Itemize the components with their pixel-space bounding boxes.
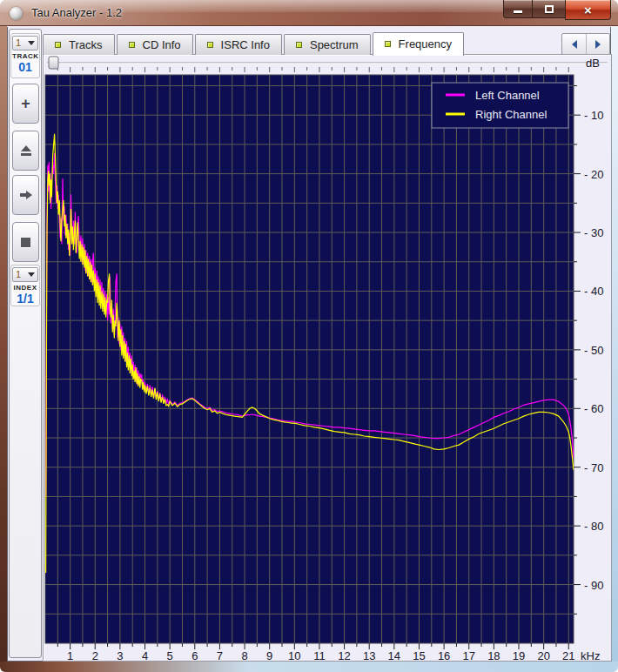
- x-tick-label: 20: [537, 649, 549, 661]
- x-tick-label: 11: [313, 649, 326, 661]
- x-tick-label: 14: [388, 649, 400, 661]
- close-button[interactable]: ×: [565, 0, 611, 20]
- tab-scroll-right-button[interactable]: [586, 34, 609, 54]
- x-tick-label: 8: [241, 649, 247, 661]
- chevron-down-icon: [28, 272, 35, 277]
- tab-bar: Tracks CD Info ISRC Info Spectrum Freque…: [43, 31, 610, 55]
- y-tick-label: - 80: [584, 520, 603, 533]
- x-tick-label: 18: [487, 649, 500, 661]
- y-tick-label: - 30: [584, 226, 603, 239]
- tab-label: ISRC Info: [221, 38, 270, 51]
- x-tick-label: 15: [413, 649, 425, 661]
- tab-led-icon: [296, 42, 302, 48]
- track-dropdown-value: 1: [16, 38, 21, 48]
- tab-label: Tracks: [69, 38, 103, 51]
- y-tick-label: - 90: [584, 579, 603, 592]
- tab-led-icon: [207, 42, 213, 48]
- app-icon: [10, 7, 23, 20]
- x-tick-label: 1: [67, 649, 73, 661]
- tab-led-icon: [385, 41, 391, 47]
- client-area: 1 TRACK 01 + 1: [7, 27, 611, 662]
- x-tick-label: 17: [463, 649, 475, 661]
- track-label: TRACK: [12, 52, 38, 60]
- tab-led-icon: [55, 42, 61, 48]
- minimize-icon: [514, 10, 522, 13]
- track-dropdown[interactable]: 1: [12, 36, 38, 50]
- window-border-right: [611, 26, 618, 662]
- track-number: 01: [12, 60, 38, 74]
- x-tick-label: 12: [338, 649, 350, 661]
- x-tick-label: 13: [363, 649, 375, 661]
- index-dropdown-value: 1: [16, 270, 21, 279]
- tab-label: Frequency: [399, 37, 452, 50]
- x-tick-label: 3: [117, 649, 123, 661]
- index-value: 1/1: [12, 292, 38, 306]
- y-tick-label: - 50: [584, 344, 603, 357]
- y-tick-label: - 40: [584, 285, 603, 298]
- x-tick-label: 5: [167, 649, 173, 661]
- tab-spectrum[interactable]: Spectrum: [284, 34, 371, 55]
- x-tick-label: 16: [438, 649, 450, 661]
- arrow-left-icon: [572, 40, 577, 49]
- sidebar: 1 TRACK 01 + 1: [9, 29, 42, 658]
- position-slider[interactable]: [47, 57, 608, 72]
- y-tick-label: - 20: [584, 168, 603, 181]
- y-tick-label: - 10: [584, 109, 603, 122]
- x-tick-label: 4: [142, 649, 148, 661]
- tab-led-icon: [129, 42, 135, 48]
- window-border-bottom: [0, 662, 618, 672]
- tab-tracks[interactable]: Tracks: [43, 34, 115, 55]
- window-title: Tau Analyzer - 1.2: [31, 6, 122, 19]
- arrow-right-icon: [20, 191, 32, 199]
- x-tick-label: 6: [191, 649, 198, 661]
- minimize-button[interactable]: [503, 0, 533, 18]
- tab-isrc-info[interactable]: ISRC Info: [195, 34, 282, 55]
- tab-cd-info[interactable]: CD Info: [117, 34, 193, 55]
- legend: Left ChannelRight Channel: [432, 83, 568, 128]
- y-tick-label: - 70: [584, 461, 603, 474]
- x-tick-label: 9: [266, 649, 272, 661]
- tab-label: Spectrum: [310, 38, 359, 51]
- tab-frequency[interactable]: Frequency: [373, 32, 464, 56]
- frequency-panel: Left ChannelRight Channel- 10- 20- 30- 4…: [43, 54, 612, 662]
- chevron-down-icon: [28, 41, 35, 45]
- plus-button[interactable]: +: [12, 84, 39, 124]
- arrow-right-icon: [595, 40, 601, 49]
- eject-button[interactable]: [12, 131, 39, 171]
- y-tick-label: - 60: [584, 402, 603, 415]
- index-dropdown[interactable]: 1: [12, 267, 38, 282]
- eject-icon: [21, 145, 31, 151]
- y-axis-unit: dB: [586, 57, 600, 70]
- x-axis-unit: kHz: [581, 649, 600, 661]
- stop-icon: [21, 238, 30, 247]
- frequency-chart: Left ChannelRight Channel- 10- 20- 30- 4…: [44, 55, 611, 661]
- window-border-left: [0, 26, 7, 662]
- next-button[interactable]: [12, 175, 39, 215]
- x-tick-label: 2: [92, 649, 98, 661]
- tab-scroll-left-button[interactable]: [562, 34, 586, 54]
- index-label: INDEX: [12, 284, 38, 292]
- x-tick-label: 10: [288, 649, 300, 661]
- tab-label: CD Info: [143, 38, 181, 51]
- tab-scroll-buttons: [561, 33, 610, 55]
- slider-thumb[interactable]: [49, 57, 58, 69]
- x-tick-label: 7: [217, 649, 223, 661]
- x-tick-label: 21: [562, 649, 574, 661]
- legend-label: Left Channel: [475, 89, 540, 102]
- app-window: Tau Analyzer - 1.2 × 1 TRACK 01: [0, 0, 618, 672]
- x-tick-label: 19: [513, 649, 525, 661]
- stop-button[interactable]: [12, 222, 39, 262]
- close-icon: ×: [584, 3, 592, 17]
- maximize-button[interactable]: [533, 0, 565, 18]
- maximize-icon: [545, 5, 554, 13]
- caption-buttons: ×: [503, 0, 611, 20]
- index-group: 1 INDEX 1/1: [10, 265, 40, 306]
- plus-icon: +: [21, 96, 30, 111]
- track-group: 1 TRACK 01: [10, 33, 40, 78]
- legend-label: Right Channel: [475, 108, 547, 121]
